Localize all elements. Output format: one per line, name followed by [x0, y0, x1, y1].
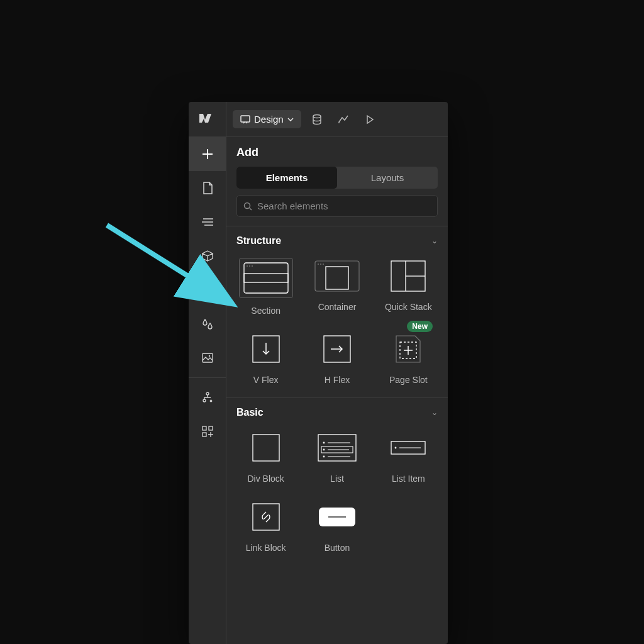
svg-point-18 [252, 265, 253, 267]
svg-rect-6 [203, 353, 213, 362]
design-mode-button[interactable]: Design [233, 110, 301, 128]
main-content: Add Elements Layouts Structure ⌄ [226, 137, 448, 644]
analytics-button[interactable] [333, 109, 354, 130]
element-container[interactable]: Container [308, 258, 366, 316]
pages-button[interactable] [189, 171, 226, 205]
cms-button[interactable] [306, 109, 328, 130]
svg-rect-19 [315, 261, 359, 291]
svg-rect-20 [326, 267, 348, 289]
element-list-item[interactable]: List Item [379, 430, 438, 484]
left-sidebar [189, 137, 226, 644]
element-button-label: Button [325, 543, 350, 553]
list-item-icon [383, 430, 433, 466]
element-link-block-label: Link Block [246, 543, 286, 553]
group-structure: Structure ⌄ Section [226, 226, 448, 397]
group-basic-title: Basic [236, 407, 264, 418]
element-button[interactable]: Button [308, 499, 366, 553]
svg-rect-5 [207, 289, 212, 294]
add-elements-button[interactable] [189, 137, 226, 171]
svg-point-23 [323, 264, 324, 265]
group-basic-header[interactable]: Basic ⌄ [236, 407, 438, 418]
svg-point-40 [395, 447, 397, 449]
svg-point-7 [208, 355, 209, 357]
list-icon [312, 430, 362, 466]
grid-plus-icon [201, 425, 214, 438]
chevron-down-icon: ⌄ [431, 408, 438, 417]
svg-point-8 [206, 392, 209, 395]
link-block-icon [241, 499, 291, 535]
panel-title: Add [236, 146, 438, 159]
svg-point-13 [245, 203, 250, 208]
plus-icon [201, 147, 214, 161]
audit-button[interactable] [189, 380, 226, 414]
element-h-flex[interactable]: H Flex [308, 331, 366, 385]
design-mode-label: Design [254, 114, 284, 125]
h-flex-icon [312, 331, 362, 367]
element-link-block[interactable]: Link Block [236, 499, 295, 553]
container-icon [312, 258, 362, 294]
design-mode-icon [240, 115, 250, 124]
page-slot-icon [383, 331, 433, 367]
element-v-flex-label: V Flex [253, 375, 279, 385]
element-list[interactable]: List [308, 430, 366, 484]
sitemap-icon [201, 391, 214, 404]
svg-point-37 [323, 456, 325, 458]
svg-point-17 [249, 265, 250, 267]
svg-point-16 [247, 265, 248, 267]
database-icon [311, 114, 323, 125]
chart-icon [338, 114, 349, 125]
svg-point-22 [320, 264, 321, 265]
element-h-flex-label: H Flex [325, 375, 350, 385]
group-structure-title: Structure [236, 235, 281, 247]
group-structure-header[interactable]: Structure ⌄ [236, 235, 438, 247]
group-basic: Basic ⌄ Div Block List [226, 397, 448, 565]
variables-button[interactable] [189, 273, 226, 307]
apps-button[interactable] [189, 414, 226, 448]
search-elements-input[interactable] [257, 201, 431, 211]
element-list-label: List [330, 474, 344, 484]
tab-layouts[interactable]: Layouts [337, 167, 438, 189]
quick-stack-icon [383, 258, 433, 294]
svg-point-21 [318, 264, 319, 265]
navigator-button[interactable] [189, 205, 226, 239]
svg-rect-14 [244, 263, 288, 293]
element-container-label: Container [318, 302, 357, 312]
element-div-block-label: Div Block [247, 474, 284, 484]
list-icon [201, 217, 214, 227]
cube-icon [201, 250, 214, 262]
svg-point-3 [313, 114, 321, 118]
add-panel: Design [189, 102, 448, 644]
svg-point-9 [203, 399, 206, 402]
svg-rect-10 [203, 426, 206, 430]
element-page-slot[interactable]: New Page Slot [379, 331, 438, 385]
element-section[interactable]: Section [236, 258, 295, 316]
svg-rect-4 [203, 286, 208, 291]
assets-button[interactable] [189, 341, 226, 375]
style-manager-button[interactable] [189, 307, 226, 341]
components-button[interactable] [189, 239, 226, 273]
search-icon [243, 202, 252, 211]
svg-rect-2 [241, 116, 250, 122]
chevron-down-icon: ⌄ [431, 236, 438, 245]
svg-rect-12 [203, 433, 206, 436]
element-list-item-label: List Item [392, 474, 425, 484]
tab-elements[interactable]: Elements [236, 167, 337, 189]
image-icon [201, 352, 214, 364]
search-elements-wrap[interactable] [236, 195, 438, 217]
droplets-icon [201, 318, 214, 330]
element-quick-stack-label: Quick Stack [385, 302, 432, 312]
element-div-block[interactable]: Div Block [236, 430, 295, 484]
element-v-flex[interactable]: V Flex [236, 331, 295, 385]
v-flex-icon [241, 331, 291, 367]
play-button[interactable] [359, 109, 380, 130]
element-quick-stack[interactable]: Quick Stack [379, 258, 438, 316]
play-icon [365, 114, 375, 125]
add-tabs: Elements Layouts [236, 167, 438, 189]
svg-rect-15 [244, 274, 288, 282]
svg-point-32 [323, 442, 325, 444]
section-icon [241, 260, 291, 296]
element-page-slot-label: Page Slot [389, 375, 428, 385]
webflow-logo[interactable] [189, 102, 226, 137]
button-icon [312, 499, 362, 535]
div-block-icon [241, 430, 291, 466]
